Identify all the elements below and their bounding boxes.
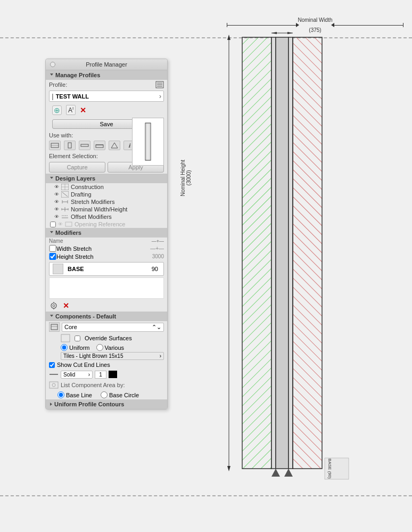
line-style-select[interactable]: Solid › bbox=[61, 371, 93, 379]
modifier-settings-button[interactable] bbox=[49, 301, 59, 310]
line-style-value: Solid bbox=[63, 372, 75, 378]
base-line-radio[interactable] bbox=[57, 391, 64, 398]
list-component-row: List Component Area by: bbox=[46, 380, 167, 390]
use-icon-roof[interactable] bbox=[109, 141, 120, 150]
svg-marker-56 bbox=[284, 469, 293, 477]
eye-opening-ref[interactable]: 👁 bbox=[58, 222, 63, 227]
svg-point-38 bbox=[52, 383, 55, 387]
design-layers-collapse-icon bbox=[50, 177, 53, 181]
svg-rect-28 bbox=[65, 222, 72, 226]
layer-drafting-label: Drafting bbox=[71, 191, 92, 198]
components-header[interactable]: Components - Default bbox=[46, 312, 167, 321]
uniform-radio[interactable] bbox=[61, 344, 68, 351]
wall-drawing: BASE (90) bbox=[218, 32, 357, 490]
profile-arrow-button[interactable]: › bbox=[159, 93, 161, 100]
nominal-width-label: Nominal Width bbox=[298, 17, 332, 23]
base-circle-radio[interactable] bbox=[101, 391, 108, 398]
component-dropdown-row: Core ⌃⌄ bbox=[46, 321, 167, 333]
list-component-icon bbox=[49, 381, 59, 389]
mod-col-name: Name bbox=[49, 238, 143, 244]
rename-profile-button[interactable]: AI bbox=[66, 105, 76, 115]
add-profile-button[interactable]: ⊕ bbox=[52, 105, 62, 115]
layer-offset-mod: 👁 Offset Modifiers bbox=[46, 213, 167, 220]
svg-marker-54 bbox=[287, 32, 293, 34]
opening-ref-row: 👁 Opening Reference bbox=[46, 220, 167, 228]
override-surfaces-checkbox[interactable] bbox=[75, 335, 80, 341]
component-select-arrow: ⌃⌄ bbox=[152, 324, 161, 331]
use-icon-column[interactable] bbox=[64, 141, 76, 150]
height-stretch-checkbox[interactable] bbox=[49, 253, 56, 260]
manage-profiles-header[interactable]: Manage Profiles bbox=[46, 70, 167, 80]
eye-drafting[interactable]: 👁 bbox=[54, 192, 59, 197]
uniform-profile-header[interactable]: Uniform Profile Contours bbox=[46, 399, 167, 409]
use-icon-wall[interactable] bbox=[49, 141, 61, 150]
svg-rect-35 bbox=[61, 334, 70, 342]
base-icon bbox=[53, 264, 63, 274]
modifier-action-row: ✕ bbox=[46, 300, 167, 312]
override-icon bbox=[61, 334, 70, 342]
modifiers-label: Modifiers bbox=[55, 230, 81, 236]
mod-width-stretch: Width Stretch —+— bbox=[46, 244, 167, 252]
list-icon[interactable] bbox=[155, 81, 164, 88]
layer-nominal-wh-label: Nominal Width/Height bbox=[71, 206, 127, 212]
layer-opening-ref-label: Opening Reference bbox=[75, 221, 125, 227]
layer-drafting: 👁 Drafting bbox=[46, 191, 167, 198]
eye-construction[interactable]: 👁 bbox=[54, 184, 59, 190]
close-button[interactable] bbox=[50, 62, 55, 67]
line-color-swatch[interactable] bbox=[109, 371, 117, 378]
svg-point-30 bbox=[53, 305, 55, 307]
line-num-input[interactable]: 1 bbox=[95, 371, 106, 379]
layer-icon-nominal bbox=[61, 206, 69, 212]
profile-preview bbox=[132, 118, 164, 166]
svg-rect-4 bbox=[145, 123, 151, 160]
component-select[interactable]: Core ⌃⌄ bbox=[62, 323, 164, 332]
panel-titlebar: Profile Manager bbox=[46, 59, 167, 70]
tiles-select[interactable]: Tiles - Light Brown 15x15 › bbox=[61, 352, 164, 360]
base-circle-radio-option[interactable]: Base Circle bbox=[101, 391, 139, 398]
svg-marker-53 bbox=[271, 32, 277, 34]
mod-col-val: —+— bbox=[143, 239, 164, 244]
svg-rect-47 bbox=[271, 37, 276, 469]
use-icon-floor[interactable] bbox=[94, 141, 105, 150]
uniform-profile-label: Uniform Profile Contours bbox=[54, 401, 124, 407]
show-cut-checkbox[interactable] bbox=[49, 362, 55, 368]
override-surfaces-label: Override Surfaces bbox=[85, 335, 132, 341]
opening-ref-checkbox[interactable] bbox=[50, 222, 56, 227]
eye-offset-mod[interactable]: 👁 bbox=[54, 214, 59, 219]
list-component-label: List Component Area by: bbox=[61, 382, 125, 388]
component-select-value: Core bbox=[64, 324, 77, 330]
profile-manager-panel: Profile Manager Manage Profiles Profile:… bbox=[45, 59, 168, 410]
modifiers-header[interactable]: Modifiers bbox=[46, 228, 167, 238]
svg-rect-48 bbox=[276, 37, 289, 469]
eye-nominal-wh[interactable]: 👁 bbox=[54, 207, 59, 212]
base-line-radio-option[interactable]: Base Line bbox=[57, 391, 92, 398]
design-layers-header[interactable]: Design Layers bbox=[46, 174, 167, 183]
layer-icon-construction bbox=[61, 184, 69, 190]
tiles-select-value: Tiles - Light Brown 15x15 bbox=[63, 353, 123, 359]
nominal-width-dim: Nominal Width (375) bbox=[227, 17, 403, 33]
profile-name-input[interactable]: | TEST WALL › bbox=[49, 91, 164, 102]
layer-icon-stretch bbox=[61, 199, 69, 205]
svg-text:BASE (90): BASE (90) bbox=[327, 459, 332, 479]
uniform-radio-option[interactable]: Uniform bbox=[61, 344, 90, 351]
svg-marker-41 bbox=[227, 466, 230, 471]
component-icon bbox=[49, 322, 60, 332]
eye-stretch-mod[interactable]: 👁 bbox=[54, 199, 59, 204]
base-circle-label: Base Circle bbox=[109, 392, 139, 398]
various-radio-option[interactable]: Various bbox=[96, 344, 124, 351]
height-stretch-val: 3000 bbox=[143, 253, 164, 259]
delete-profile-button[interactable]: ✕ bbox=[80, 106, 86, 114]
base-line-label: Base Line bbox=[66, 392, 92, 398]
capture-button[interactable]: Capture bbox=[49, 162, 105, 173]
profile-label: Profile: bbox=[49, 81, 153, 88]
various-radio[interactable] bbox=[96, 344, 103, 351]
width-stretch-label: Width Stretch bbox=[56, 245, 143, 252]
svg-line-18 bbox=[62, 192, 68, 197]
width-stretch-checkbox[interactable] bbox=[49, 245, 56, 252]
layer-nominal-wh: 👁 Nominal Width/Height bbox=[46, 206, 167, 213]
use-icon-beam[interactable] bbox=[79, 141, 90, 150]
uniform-label: Uniform bbox=[69, 345, 90, 351]
clear-modifier-button[interactable]: ✕ bbox=[63, 301, 69, 310]
profile-name-value: TEST WALL bbox=[56, 93, 159, 100]
svg-marker-40 bbox=[227, 35, 230, 40]
